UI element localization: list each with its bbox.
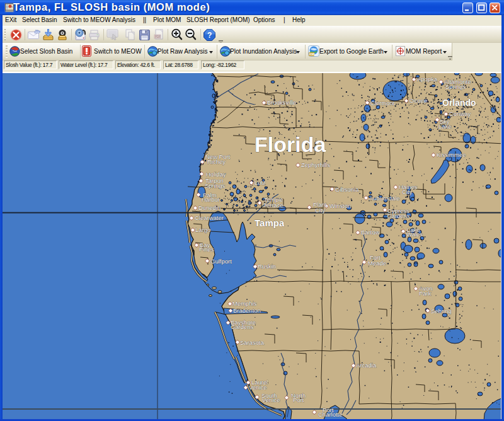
svg-text:Gardens: Gardens: [387, 212, 410, 219]
svg-text:Arcadia: Arcadia: [356, 362, 377, 369]
svg-text:Richey: Richey: [207, 158, 226, 165]
svg-text:Memphis: Memphis: [232, 300, 257, 307]
svg-text:Largo: Largo: [195, 226, 210, 233]
svg-text:Gibsonia: Gibsonia: [335, 186, 359, 193]
svg-text:Orlando: Orlando: [442, 98, 476, 108]
svg-text:Springs: Springs: [205, 182, 225, 189]
svg-text:City: City: [402, 188, 413, 195]
svg-text:City: City: [315, 207, 326, 214]
svg-text:Venice: Venice: [262, 396, 280, 403]
svg-text:Port: Port: [293, 396, 304, 403]
svg-text:Ocoee: Ocoee: [410, 97, 427, 104]
svg-text:Gardens: Gardens: [231, 323, 254, 330]
svg-text:Harbor: Harbor: [202, 196, 220, 203]
svg-text:Wales: Wales: [406, 231, 423, 238]
svg-text:KML: KML: [309, 53, 316, 56]
svg-text:Brooksville: Brooksville: [267, 99, 296, 106]
svg-text:Meade: Meade: [368, 260, 386, 267]
svg-text:Clearwater: Clearwater: [195, 214, 224, 221]
svg-text:Winston: Winston: [329, 202, 351, 209]
svg-text:Dunedin: Dunedin: [198, 204, 220, 211]
svg-text:Apopka: Apopka: [417, 76, 438, 83]
svg-text:Venice: Venice: [249, 384, 267, 391]
svg-text:?: ?: [207, 31, 212, 40]
svg-text:Springs: Springs: [445, 83, 466, 90]
svg-text:Lutz: Lutz: [255, 179, 266, 186]
svg-text:PDF: PDF: [155, 35, 161, 38]
svg-text:Sarasota: Sarasota: [240, 339, 265, 346]
svg-text:Pines: Pines: [199, 246, 214, 253]
svg-text:Zephyrhills: Zephyrhills: [301, 161, 330, 168]
svg-text:Tampa: Tampa: [255, 217, 285, 228]
svg-text:Park: Park: [419, 290, 432, 297]
svg-text:Auburndale: Auburndale: [369, 195, 400, 202]
svg-text:Sebring: Sebring: [431, 308, 452, 314]
svg-text:Ruskin: Ruskin: [258, 263, 276, 270]
svg-text:Terrace: Terrace: [263, 202, 284, 209]
svg-text:Conway: Conway: [449, 110, 471, 117]
svg-text:Bradenton: Bradenton: [233, 307, 261, 314]
svg-text:Gulfport: Gulfport: [210, 258, 232, 265]
svg-text:Bartow: Bartow: [361, 229, 380, 236]
svg-text:Lake: Lake: [438, 123, 452, 130]
svg-text:Kissimmee: Kissimmee: [437, 151, 466, 158]
svg-text:Clermont: Clermont: [370, 100, 395, 107]
svg-text:Florida: Florida: [255, 132, 326, 156]
svg-text:Charlotte: Charlotte: [318, 411, 343, 418]
